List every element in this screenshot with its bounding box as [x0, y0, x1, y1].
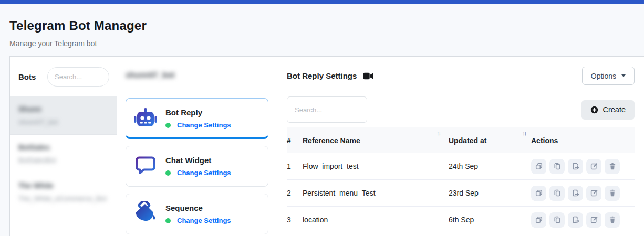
bot-list-empty-slot: [10, 211, 117, 236]
bot-settings-panel: shunn07_bot Bot Reply Change Settings Ch…: [117, 57, 277, 236]
selected-bot-title: shunn07_bot: [126, 70, 268, 79]
bot-list-item[interactable]: The White The_White_eCommerce_Bot: [10, 173, 117, 211]
plus-circle-icon: [590, 106, 598, 114]
table-row: 3 location 6th Sep: [287, 207, 635, 233]
row-num: 3: [287, 216, 303, 224]
row-reference-name: Flow_import_test: [303, 162, 449, 170]
bot-list-item[interactable]: BotSales BotSalesBot: [10, 134, 117, 173]
column-header-updated-at[interactable]: Updated at ↑↓: [449, 127, 531, 153]
row-num: 2: [287, 189, 303, 197]
delete-button[interactable]: [605, 186, 620, 201]
copy-button[interactable]: [549, 212, 565, 228]
bot-reply-settings-panel: Bot Reply Settings Options Create # Refe…: [277, 57, 644, 236]
export-button[interactable]: [568, 186, 583, 201]
edit-button[interactable]: [586, 159, 601, 174]
card-title: Bot Reply: [165, 108, 231, 117]
edit-button[interactable]: [586, 186, 601, 201]
copy-button[interactable]: [549, 186, 565, 201]
delete-button[interactable]: [605, 159, 620, 174]
bots-search-input[interactable]: [47, 67, 109, 87]
robot-icon: [133, 105, 158, 132]
bots-panel: Bots Shunn shunn07_bot BotSales BotSales…: [10, 57, 117, 236]
page-header: Telegram Bot Manager Manage your Telegra…: [0, 4, 644, 48]
status-dot: [165, 123, 171, 128]
change-settings-link[interactable]: Change Settings: [177, 169, 231, 177]
row-updated-at: 6th Sep: [449, 216, 531, 224]
edit-button[interactable]: [586, 212, 601, 228]
status-dot: [165, 170, 171, 176]
page-title: Telegram Bot Manager: [9, 18, 644, 33]
column-header-reference-name[interactable]: Reference Name ↑↓: [303, 127, 449, 153]
row-num: 1: [287, 162, 303, 170]
content-area: Bots Shunn shunn07_bot BotSales BotSales…: [9, 56, 644, 236]
create-button[interactable]: Create: [581, 100, 635, 120]
bot-username: The_White_eCommerce_Bot: [18, 195, 108, 202]
clone-button[interactable]: [531, 186, 546, 201]
panel-title: Bot Reply Settings: [287, 71, 357, 80]
column-header-num: #: [287, 127, 303, 153]
export-button[interactable]: [568, 159, 583, 174]
page-subtitle: Manage your Telegram bot: [9, 39, 644, 48]
bot-username: shunn07_bot: [18, 118, 108, 126]
bot-name: BotSales: [18, 143, 108, 152]
column-label: Updated at: [449, 136, 486, 145]
video-camera-icon[interactable]: [363, 72, 373, 80]
clone-button[interactable]: [531, 159, 546, 174]
table-header-row: # Reference Name ↑↓ Updated at ↑↓ Action…: [287, 127, 635, 153]
delete-button[interactable]: [605, 212, 620, 228]
options-button[interactable]: Options: [582, 67, 635, 85]
options-button-label: Options: [591, 72, 616, 80]
status-dot: [165, 218, 171, 223]
bots-panel-title: Bots: [18, 72, 36, 81]
table-row: 1 Flow_import_test 24th Sep: [287, 153, 635, 180]
top-accent-bar: [0, 0, 644, 4]
bot-name: Shunn: [18, 105, 108, 113]
table-search-input[interactable]: [287, 96, 367, 123]
bot-username: BotSalesBot: [18, 156, 108, 164]
column-header-actions: Actions: [531, 127, 635, 153]
row-updated-at: 24th Sep: [449, 162, 531, 170]
card-bot-reply[interactable]: Bot Reply Change Settings: [126, 98, 268, 139]
chevron-down-icon: [621, 74, 626, 77]
table-row: 2 Persistent_menu_Test 23rd Sep: [287, 180, 635, 207]
change-settings-link[interactable]: Change Settings: [177, 121, 231, 129]
copy-button[interactable]: [549, 159, 565, 174]
row-updated-at: 23rd Sep: [449, 189, 531, 197]
clone-button[interactable]: [531, 212, 546, 228]
sort-icon-active-desc[interactable]: ↑↓: [522, 131, 526, 136]
card-chat-widget[interactable]: Chat Widget Change Settings: [126, 146, 268, 187]
paint-bucket-icon: [133, 201, 158, 227]
sort-icon[interactable]: ↑↓: [437, 131, 440, 136]
card-title: Chat Widget: [165, 156, 231, 165]
row-reference-name: Persistent_menu_Test: [303, 189, 449, 197]
column-label: Reference Name: [303, 136, 360, 145]
card-title: Sequence: [165, 203, 231, 212]
card-sequence[interactable]: Sequence Change Settings: [126, 194, 268, 234]
create-button-label: Create: [603, 105, 626, 114]
bot-reply-table: # Reference Name ↑↓ Updated at ↑↓ Action…: [287, 127, 635, 233]
export-button[interactable]: [568, 212, 583, 228]
change-settings-link[interactable]: Change Settings: [177, 217, 231, 224]
chat-bubble-icon: [133, 153, 158, 179]
bot-name: The White: [18, 181, 108, 190]
row-reference-name: location: [303, 216, 449, 224]
bot-list-item[interactable]: Shunn shunn07_bot: [10, 96, 117, 134]
